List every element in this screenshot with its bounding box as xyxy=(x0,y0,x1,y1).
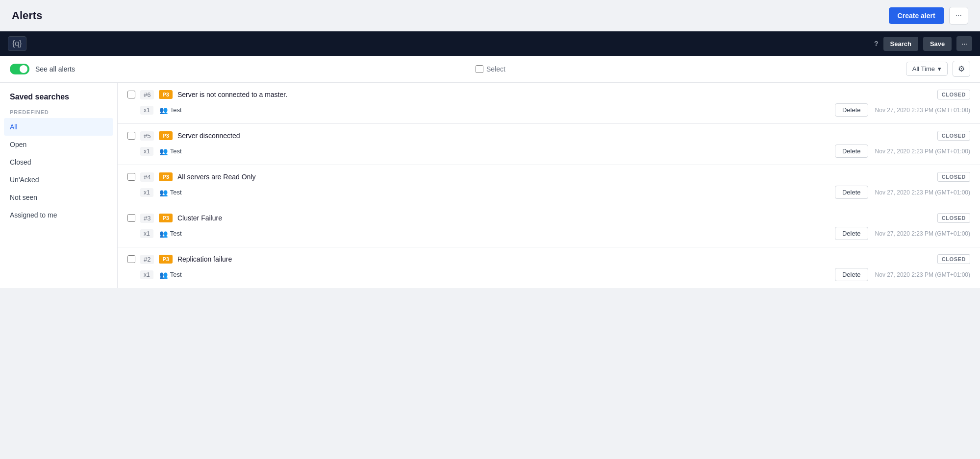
alert-timestamp: Nov 27, 2020 2:23 PM (GMT+01:00) xyxy=(875,271,970,278)
team-icon: 👥 xyxy=(159,106,168,114)
alert-row: #4 P3 All servers are Read Only CLOSED x… xyxy=(118,165,980,206)
alert-timestamp: Nov 27, 2020 2:23 PM (GMT+01:00) xyxy=(875,107,970,114)
delete-button[interactable]: Delete xyxy=(835,186,868,199)
alert-priority: P3 xyxy=(159,172,172,181)
team-icon: 👥 xyxy=(159,230,168,238)
alert-row: #5 P3 Server disconnected CLOSED x1 👥 Te… xyxy=(118,124,980,165)
see-all-label: See all alerts xyxy=(35,65,75,73)
delete-button[interactable]: Delete xyxy=(835,103,868,117)
alert-team: 👥 Test xyxy=(159,106,182,114)
search-help-icon[interactable]: ? xyxy=(874,40,879,48)
alert-team: 👥 Test xyxy=(159,230,182,238)
alert-status-badge: CLOSED xyxy=(937,131,970,141)
delete-button[interactable]: Delete xyxy=(835,268,868,281)
alerts-list: #6 P3 Server is not connected to a maste… xyxy=(118,83,980,288)
alert-checkbox-2[interactable] xyxy=(127,173,135,181)
search-bar-icon: {q} xyxy=(8,36,26,51)
alert-count: x1 xyxy=(140,270,153,279)
alert-id: #5 xyxy=(140,131,154,141)
team-icon: 👥 xyxy=(159,147,168,155)
see-all-toggle[interactable] xyxy=(10,64,29,74)
sidebar-item-open[interactable]: Open xyxy=(0,136,117,153)
search-button[interactable]: Search xyxy=(883,37,918,51)
alert-timestamp: Nov 27, 2020 2:23 PM (GMT+01:00) xyxy=(875,189,970,196)
alert-checkbox-0[interactable] xyxy=(127,91,135,98)
toolbar-right: All Time ▾ ⚙ xyxy=(906,61,970,77)
alert-count: x1 xyxy=(140,106,153,115)
alert-id: #4 xyxy=(140,172,154,182)
team-icon: 👥 xyxy=(159,271,168,279)
create-alert-button[interactable]: Create alert xyxy=(889,7,944,24)
alert-status-badge: CLOSED xyxy=(937,90,970,99)
chevron-down-icon: ▾ xyxy=(938,65,941,72)
time-filter-dropdown[interactable]: All Time ▾ xyxy=(906,62,948,76)
alert-timestamp: Nov 27, 2020 2:23 PM (GMT+01:00) xyxy=(875,230,970,237)
alert-team: 👥 Test xyxy=(159,271,182,279)
alert-checkbox-4[interactable] xyxy=(127,255,135,263)
select-all-checkbox-container: Select xyxy=(476,65,505,73)
sidebar-item-closed[interactable]: Closed xyxy=(0,153,117,171)
alert-row: #3 P3 Cluster Failure CLOSED x1 👥 Test D… xyxy=(118,206,980,247)
alert-status-badge: CLOSED xyxy=(937,254,970,264)
delete-button[interactable]: Delete xyxy=(835,227,868,240)
alert-count: x1 xyxy=(140,147,153,156)
alert-priority: P3 xyxy=(159,131,172,140)
alert-priority: P3 xyxy=(159,255,172,264)
toolbar-left: See all alerts xyxy=(10,64,75,74)
alert-team: 👥 Test xyxy=(159,147,182,155)
alert-priority: P3 xyxy=(159,90,172,99)
delete-button[interactable]: Delete xyxy=(835,145,868,158)
alert-id: #2 xyxy=(140,255,154,264)
sidebar: Saved searches PREDEFINED All Open Close… xyxy=(0,83,118,288)
saved-searches-title: Saved searches xyxy=(0,93,117,106)
alert-checkbox-3[interactable] xyxy=(127,214,135,222)
predefined-label: PREDEFINED xyxy=(0,106,117,118)
header-more-button[interactable]: ··· xyxy=(949,7,968,24)
sidebar-item-all[interactable]: All xyxy=(4,118,113,136)
alert-id: #6 xyxy=(140,90,154,99)
filter-icon-button[interactable]: ⚙ xyxy=(953,61,970,77)
top-header: Alerts Create alert ··· xyxy=(0,0,980,31)
team-icon: 👥 xyxy=(159,189,168,196)
header-actions: Create alert ··· xyxy=(889,7,968,24)
sidebar-item-unacked[interactable]: Un'Acked xyxy=(0,171,117,189)
alert-status-badge: CLOSED xyxy=(937,213,970,223)
alert-title: Server disconnected xyxy=(177,132,932,140)
alert-priority: P3 xyxy=(159,214,172,222)
alert-id: #3 xyxy=(140,214,154,223)
alert-title: Server is not connected to a master. xyxy=(177,91,932,98)
alert-count: x1 xyxy=(140,229,153,238)
alert-title: Cluster Failure xyxy=(177,214,932,222)
page-title: Alerts xyxy=(12,9,42,22)
sidebar-item-assigned-to-me[interactable]: Assigned to me xyxy=(0,206,117,224)
alert-timestamp: Nov 27, 2020 2:23 PM (GMT+01:00) xyxy=(875,148,970,155)
alert-checkbox-1[interactable] xyxy=(127,132,135,140)
toolbar-row: See all alerts Select All Time ▾ ⚙ xyxy=(0,56,980,82)
alert-row: #6 P3 Server is not connected to a maste… xyxy=(118,83,980,124)
save-button[interactable]: Save xyxy=(923,37,952,51)
toolbar-container: See all alerts Select All Time ▾ ⚙ xyxy=(0,56,980,83)
select-all-checkbox[interactable] xyxy=(476,65,483,73)
alert-title: Replication failure xyxy=(177,255,932,263)
search-bar: {q} ? Search Save ··· xyxy=(0,31,980,56)
sidebar-item-not-seen[interactable]: Not seen xyxy=(0,189,117,206)
search-more-button[interactable]: ··· xyxy=(956,36,972,51)
alert-row: #2 P3 Replication failure CLOSED x1 👥 Te… xyxy=(118,247,980,288)
search-input[interactable] xyxy=(31,40,869,48)
alert-count: x1 xyxy=(140,188,153,197)
main-wrapper: Saved searches PREDEFINED All Open Close… xyxy=(0,83,980,288)
select-label: Select xyxy=(486,65,505,73)
alert-team: 👥 Test xyxy=(159,189,182,196)
alert-status-badge: CLOSED xyxy=(937,172,970,182)
alert-title: All servers are Read Only xyxy=(177,173,932,181)
time-filter-label: All Time xyxy=(912,65,935,72)
